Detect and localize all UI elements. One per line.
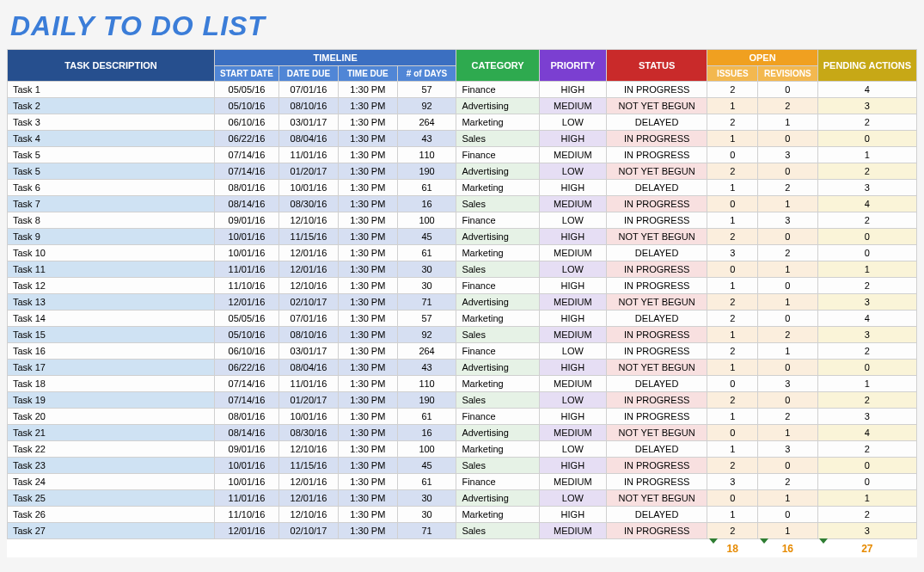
cell-start[interactable]: 05/05/16 (215, 311, 279, 327)
cell-days[interactable]: 61 (397, 474, 456, 490)
table-row[interactable]: Task 1606/10/1603/01/171:30 PM264Finance… (8, 343, 917, 360)
cell-time[interactable]: 1:30 PM (338, 180, 397, 196)
cell-start[interactable]: 10/01/16 (215, 458, 279, 474)
cell-issues[interactable]: 2 (707, 82, 758, 98)
cell-pending[interactable]: 2 (817, 507, 916, 523)
cell-priority[interactable]: HIGH (539, 278, 606, 294)
cell-days[interactable]: 61 (397, 180, 456, 196)
cell-time[interactable]: 1:30 PM (338, 212, 397, 229)
cell-revisions[interactable]: 3 (758, 441, 818, 458)
cell-desc[interactable]: Task 1 (8, 82, 215, 98)
cell-priority[interactable]: HIGH (539, 82, 606, 98)
cell-issues[interactable]: 1 (707, 327, 758, 343)
cell-category[interactable]: Advertising (456, 229, 539, 245)
cell-pending[interactable]: 4 (817, 311, 916, 327)
cell-start[interactable]: 11/01/16 (215, 261, 279, 278)
cell-days[interactable]: 61 (397, 245, 456, 261)
cell-start[interactable]: 06/22/16 (215, 360, 279, 376)
cell-category[interactable]: Marketing (456, 245, 539, 261)
cell-revisions[interactable]: 3 (758, 212, 818, 229)
cell-time[interactable]: 1:30 PM (338, 196, 397, 212)
table-row[interactable]: Task 306/10/1603/01/171:30 PM264Marketin… (8, 114, 917, 131)
cell-issues[interactable]: 1 (707, 180, 758, 196)
cell-days[interactable]: 71 (397, 294, 456, 311)
cell-revisions[interactable]: 3 (758, 147, 818, 163)
cell-due[interactable]: 08/30/16 (278, 196, 338, 212)
cell-pending[interactable]: 2 (817, 441, 916, 458)
cell-priority[interactable]: MEDIUM (539, 327, 606, 343)
cell-revisions[interactable]: 0 (758, 311, 818, 327)
cell-time[interactable]: 1:30 PM (338, 98, 397, 114)
cell-priority[interactable]: LOW (539, 343, 606, 360)
cell-days[interactable]: 100 (397, 441, 456, 458)
table-row[interactable]: Task 608/01/1610/01/161:30 PM61Marketing… (8, 180, 917, 196)
table-row[interactable]: Task 1405/05/1607/01/161:30 PM57Marketin… (8, 311, 917, 327)
cell-priority[interactable]: HIGH (539, 229, 606, 245)
cell-revisions[interactable]: 1 (758, 523, 818, 539)
cell-days[interactable]: 16 (397, 425, 456, 441)
cell-category[interactable]: Advertising (456, 98, 539, 114)
table-row[interactable]: Task 1807/14/1611/01/161:30 PM110Marketi… (8, 376, 917, 392)
cell-days[interactable]: 43 (397, 360, 456, 376)
cell-time[interactable]: 1:30 PM (338, 392, 397, 409)
cell-status[interactable]: IN PROGRESS (606, 327, 707, 343)
cell-start[interactable]: 08/01/16 (215, 409, 279, 425)
cell-status[interactable]: IN PROGRESS (606, 474, 707, 490)
table-row[interactable]: Task 1505/10/1608/10/161:30 PM92SalesMED… (8, 327, 917, 343)
cell-due[interactable]: 08/04/16 (278, 131, 338, 147)
cell-revisions[interactable]: 1 (758, 490, 818, 507)
cell-due[interactable]: 12/10/16 (278, 278, 338, 294)
cell-issues[interactable]: 0 (707, 376, 758, 392)
cell-start[interactable]: 09/01/16 (215, 212, 279, 229)
cell-status[interactable]: IN PROGRESS (606, 147, 707, 163)
cell-pending[interactable]: 3 (817, 294, 916, 311)
cell-desc[interactable]: Task 7 (8, 196, 215, 212)
cell-category[interactable]: Finance (456, 343, 539, 360)
cell-priority[interactable]: LOW (539, 490, 606, 507)
cell-status[interactable]: IN PROGRESS (606, 212, 707, 229)
cell-time[interactable]: 1:30 PM (338, 163, 397, 180)
cell-days[interactable]: 30 (397, 507, 456, 523)
cell-start[interactable]: 11/10/16 (215, 507, 279, 523)
cell-start[interactable]: 12/01/16 (215, 294, 279, 311)
cell-priority[interactable]: MEDIUM (539, 425, 606, 441)
cell-start[interactable]: 08/14/16 (215, 425, 279, 441)
cell-desc[interactable]: Task 11 (8, 261, 215, 278)
cell-days[interactable]: 110 (397, 147, 456, 163)
cell-time[interactable]: 1:30 PM (338, 507, 397, 523)
cell-priority[interactable]: HIGH (539, 311, 606, 327)
cell-start[interactable]: 12/01/16 (215, 523, 279, 539)
cell-revisions[interactable]: 2 (758, 409, 818, 425)
cell-desc[interactable]: Task 22 (8, 441, 215, 458)
cell-days[interactable]: 45 (397, 229, 456, 245)
cell-start[interactable]: 11/01/16 (215, 490, 279, 507)
cell-issues[interactable]: 2 (707, 229, 758, 245)
cell-issues[interactable]: 2 (707, 294, 758, 311)
cell-issues[interactable]: 2 (707, 343, 758, 360)
cell-category[interactable]: Advertising (456, 490, 539, 507)
cell-start[interactable]: 11/10/16 (215, 278, 279, 294)
cell-revisions[interactable]: 1 (758, 261, 818, 278)
cell-desc[interactable]: Task 25 (8, 490, 215, 507)
cell-time[interactable]: 1:30 PM (338, 523, 397, 539)
cell-desc[interactable]: Task 12 (8, 278, 215, 294)
cell-revisions[interactable]: 0 (758, 82, 818, 98)
cell-category[interactable]: Finance (456, 474, 539, 490)
cell-time[interactable]: 1:30 PM (338, 327, 397, 343)
cell-due[interactable]: 12/01/16 (278, 245, 338, 261)
cell-due[interactable]: 08/10/16 (278, 98, 338, 114)
cell-status[interactable]: DELAYED (606, 180, 707, 196)
cell-priority[interactable]: MEDIUM (539, 245, 606, 261)
cell-issues[interactable]: 2 (707, 311, 758, 327)
table-row[interactable]: Task 1010/01/1612/01/161:30 PM61Marketin… (8, 245, 917, 261)
cell-time[interactable]: 1:30 PM (338, 409, 397, 425)
cell-issues[interactable]: 2 (707, 114, 758, 131)
cell-revisions[interactable]: 0 (758, 507, 818, 523)
cell-category[interactable]: Sales (456, 196, 539, 212)
cell-revisions[interactable]: 0 (758, 229, 818, 245)
cell-status[interactable]: DELAYED (606, 507, 707, 523)
table-row[interactable]: Task 2611/10/1612/10/161:30 PM30Marketin… (8, 507, 917, 523)
cell-due[interactable]: 02/10/17 (278, 294, 338, 311)
cell-time[interactable]: 1:30 PM (338, 147, 397, 163)
table-row[interactable]: Task 2008/01/1610/01/161:30 PM61FinanceH… (8, 409, 917, 425)
